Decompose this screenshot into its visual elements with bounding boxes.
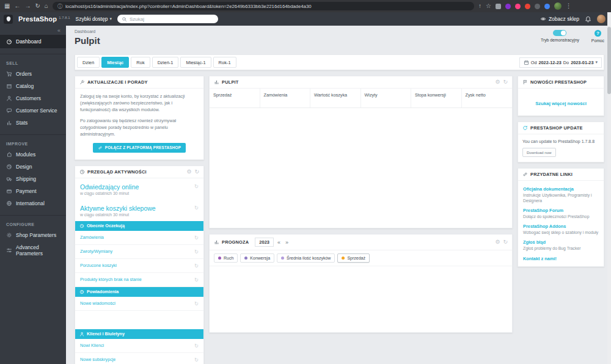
refresh-icon[interactable]: ↻ [194, 249, 199, 255]
extension-icon[interactable] [525, 4, 530, 9]
user-avatar[interactable] [597, 15, 606, 23]
filter-month-1-button[interactable]: Miesiąc-1 [180, 57, 211, 68]
sidebar-item-customers[interactable]: Customers [0, 92, 66, 104]
help-button[interactable]: ? Pomoc [591, 30, 604, 43]
quick-access-menu[interactable]: Szybki dostęp ▾ [76, 16, 112, 22]
panel-refresh-icon[interactable]: ↻ [503, 239, 508, 245]
refresh-icon[interactable]: ↻ [194, 343, 199, 349]
extension-icon[interactable] [535, 4, 540, 9]
download-now-button[interactable]: Download now [522, 148, 556, 157]
forecast-next-icon[interactable]: » [284, 239, 290, 246]
sidebar-item-shipping[interactable]: Shipping [0, 173, 66, 185]
breadcrumb[interactable]: Dashboard [75, 29, 100, 34]
filter-month-button[interactable]: Miesiąc [101, 57, 129, 68]
kpi-column-sales[interactable]: Sprzedaż [210, 89, 260, 107]
filter-year-button[interactable]: Rok [131, 57, 150, 68]
kpi-column-orders[interactable]: Zamówienia [260, 89, 311, 107]
extension-icon[interactable] [544, 4, 550, 9]
brand-version: 1.7.8.1 [59, 16, 70, 20]
more-news-link[interactable]: Szukaj więcej nowości [535, 101, 587, 106]
refresh-icon[interactable]: ↻ [194, 300, 199, 307]
link-prestashop-addons[interactable]: PrestaShop Addons Wzbogać swój sklep o s… [518, 220, 604, 236]
sidebar-item-shop-parameters[interactable]: Shop Parameters [0, 229, 66, 241]
abandoned-carts-link[interactable]: Porzucone koszyki ↻ [75, 259, 203, 273]
tab-grid-icon[interactable]: ▦ [4, 3, 10, 9]
toggle-switch[interactable] [553, 30, 566, 36]
refresh-icon[interactable]: ↻ [194, 277, 199, 283]
sidebar-item-international[interactable]: International [0, 197, 66, 209]
panel-settings-icon[interactable]: ⚙ [495, 79, 500, 85]
legend-dot [281, 257, 284, 260]
refresh-icon[interactable]: ↻ [194, 183, 199, 189]
sidebar-item-orders[interactable]: Orders [0, 68, 66, 80]
kpi-column-conversion-rate[interactable]: Stopa konwersji [411, 89, 462, 107]
out-of-stock-link[interactable]: Produkty których brak na stanie ↻ [75, 273, 203, 287]
extension-icon[interactable] [496, 4, 501, 9]
forecast-prev-icon[interactable]: « [276, 239, 282, 246]
link-prestashop-forum[interactable]: PrestaShop Forum Dołącz do społeczności … [518, 205, 604, 220]
pending-orders-link[interactable]: Zamówienia ↻ [75, 231, 203, 245]
sidebar-item-payment[interactable]: Payment [0, 185, 66, 197]
connect-prestashop-button[interactable]: POŁĄCZ Z PLATFORMĄ PRESTASHOP [93, 143, 186, 153]
prestashop-logo-tile[interactable] [4, 15, 13, 24]
online-visitors-link[interactable]: Odwiedzający online [80, 183, 139, 191]
sidebar-item-modules[interactable]: Modules [0, 148, 66, 161]
back-icon[interactable]: ← [14, 3, 20, 9]
link-report-bug[interactable]: Zgłoś błąd Zgłoś problemy do Bug Tracker [518, 236, 604, 252]
extension-icon[interactable] [515, 4, 521, 9]
view-shop-link[interactable]: Zobacz sklep [540, 16, 579, 22]
site-info-icon[interactable]: ⓘ [57, 3, 62, 10]
sidebar-item-design[interactable]: Design [0, 161, 66, 173]
sidebar-item-stats[interactable]: Stats [0, 117, 66, 129]
legend-conversion-button[interactable]: Konwersja [240, 253, 274, 263]
forward-icon[interactable]: → [24, 3, 31, 9]
extension-icon[interactable] [505, 4, 511, 9]
active-carts-link[interactable]: Aktywne koszyki sklepowe [80, 205, 156, 212]
date-range-picker[interactable]: Od 2022-12-23 Do 2023-01-23 ▾ [519, 57, 602, 68]
browser-menu-icon[interactable]: ⋮ [566, 3, 572, 9]
url-bar[interactable]: ⓘ localhost/ps16/administracja/index.php… [53, 2, 474, 10]
refresh-icon[interactable]: ↻ [194, 205, 199, 211]
refresh-icon[interactable]: ↻ [194, 357, 199, 363]
search-input[interactable] [130, 16, 214, 22]
legend-sales-button[interactable]: Sprzedaż [337, 253, 370, 263]
filter-year-1-button[interactable]: Rok-1 [213, 57, 236, 68]
sidebar-item-label: Orders [16, 71, 32, 77]
kpi-column-visits[interactable]: Wizyty [361, 89, 412, 107]
sidebar-collapse-icon[interactable]: « [57, 27, 60, 34]
bookmark-star-icon[interactable]: ☆ [486, 3, 491, 9]
link-official-documentation[interactable]: Oficjalna dokumentacja Instrukcje Użytko… [518, 183, 604, 205]
link-contact-us[interactable]: Kontakt z nami! [518, 253, 604, 263]
panel-refresh-icon[interactable]: ↻ [194, 169, 199, 175]
panel-settings-icon[interactable]: ⚙ [186, 169, 191, 175]
new-customers-link[interactable]: Nowi Klienci ↻ [75, 339, 203, 353]
scrollbar-thumb[interactable] [607, 27, 611, 94]
forecast-year-select[interactable]: 2023 [255, 238, 274, 247]
demo-mode-toggle[interactable]: Tryb demonstracyjny [541, 30, 579, 43]
filter-day-button[interactable]: Dzień [77, 57, 100, 68]
legend-traffic-button[interactable]: Ruch [214, 253, 238, 263]
returns-exchanges-link[interactable]: Zwroty/Wymiany ↻ [75, 245, 203, 259]
panel-title: PRESTASHOP UPDATE [530, 125, 583, 131]
home-icon[interactable]: ⌂ [45, 3, 48, 9]
legend-average-cart-button[interactable]: Średnia ilość koszyków [277, 253, 335, 263]
sidebar-item-dashboard[interactable]: Dashboard [0, 35, 66, 48]
share-icon[interactable]: ↑ [478, 3, 481, 9]
kpi-column-net-profit[interactable]: Zysk netto [462, 89, 513, 107]
page-scrollbar[interactable] [607, 12, 611, 364]
sidebar-item-advanced-parameters[interactable]: Advanced Parameters [0, 241, 66, 260]
reload-icon[interactable]: ↻ [35, 3, 40, 9]
new-subscriptions-link[interactable]: Nowe subskrypcje ↻ [75, 353, 203, 364]
sidebar-item-customer-service[interactable]: Customer Service [0, 104, 66, 117]
panel-refresh-icon[interactable]: ↻ [503, 79, 508, 85]
row-label: Nowe subskrypcje [80, 357, 115, 362]
refresh-icon[interactable]: ↻ [194, 235, 199, 241]
kpi-column-cart-value[interactable]: Wartość koszyka [310, 89, 361, 107]
browser-profile-avatar[interactable] [554, 2, 562, 10]
refresh-icon[interactable]: ↻ [194, 263, 199, 269]
new-messages-link[interactable]: Nowe wiadomości ↻ [75, 297, 203, 311]
sidebar-item-catalog[interactable]: Catalog [0, 80, 66, 92]
notifications-bell-icon[interactable] [585, 16, 591, 23]
panel-settings-icon[interactable]: ⚙ [495, 239, 500, 245]
filter-day-1-button[interactable]: Dzień-1 [152, 57, 179, 68]
